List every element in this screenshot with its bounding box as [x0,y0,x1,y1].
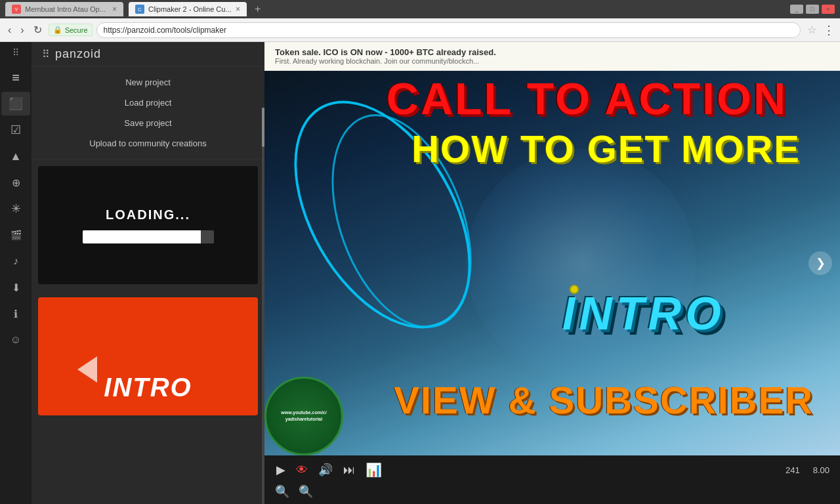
tab-inactive[interactable]: Y Membuat Intro Atau Op... × [5,2,123,16]
browser-titlebar: Y Membuat Intro Atau Op... × C Clipmaker… [0,0,840,18]
ad-description: First. Already working blockchain. Join … [275,57,830,65]
panel-content: LOADING... INTRO [32,159,264,504]
forward-button[interactable]: › [18,22,26,39]
menu-dots-icon[interactable]: ⋮ [823,23,835,37]
intro-card[interactable]: INTRO [38,297,258,415]
current-time: 241 [786,465,800,475]
next-arrow-button[interactable]: ❯ [808,251,832,275]
video-area: INTRO ❯ CALL TO ACTION HOW TO GET MORE V… [264,71,840,455]
secure-label: Secure [65,26,88,34]
video-controls: ▶ 👁 🔊 ⏭ 📊 241 8.00 🔍 🔍 [264,455,840,504]
close-button[interactable]: × [822,5,835,14]
upload-community-item[interactable]: Upload to community creations [32,133,264,154]
tab-active[interactable]: C Clipmaker 2 - Online Cu... × [129,2,247,16]
sidebar-item-download[interactable]: ⬇ [4,276,28,299]
sidebar-item-layers[interactable]: ⬛ [1,92,30,116]
lock-icon: 🔒 [53,26,62,34]
controls-row: ▶ 👁 🔊 ⏭ 📊 241 8.00 [275,461,830,479]
video-preview: INTRO [264,71,840,455]
video-inner: INTRO [264,71,840,455]
bookmark-star-icon[interactable]: ☆ [807,24,816,36]
waveform-button[interactable]: 📊 [364,461,383,479]
maximize-button[interactable]: □ [806,5,819,14]
watermark: www.youtube.com/c/ yadisharetutorial [264,377,343,455]
cursor-dot [570,285,579,294]
load-project-item[interactable]: Load project [32,93,264,113]
address-bar[interactable]: https://panzoid.com/tools/clipmaker [96,22,801,38]
watermark-circle: www.youtube.com/c/ yadisharetutorial [264,377,343,455]
play-button[interactable]: ▶ [275,461,287,478]
left-panel-menu: New project Load project Save project Up… [32,67,264,159]
icon-sidebar: ⠿ panzoid ≡ ⬛ ☑ ▲ ⊕ ✳ 🎬 ♪ ⬇ ℹ ☺ [0,42,32,504]
tab-close-2[interactable]: × [236,5,240,14]
zoom-in-button[interactable]: 🔍 [299,484,313,499]
new-tab-button[interactable]: + [252,3,263,15]
loading-bar [83,230,201,243]
app-name-label: panzoid [55,47,101,61]
intro-card-title: INTRO [104,373,192,402]
tab-icon-2: C [135,5,144,14]
browser-toolbar: ‹ › ↻ 🔒 Secure https://panzoid.com/tools… [0,18,840,42]
reload-button[interactable]: ↻ [31,21,45,39]
tab-label-2: Clipmaker 2 - Online Cu... [148,5,232,13]
ad-banner[interactable]: Token sale. ICO is ON now - 1000+ BTC al… [264,42,840,71]
back-button[interactable]: ‹ [5,22,14,39]
sidebar-item-globe[interactable]: ⊕ [4,171,28,194]
intro-3d-text: INTRO [562,287,725,340]
new-project-item[interactable]: New project [32,72,264,93]
minimize-button[interactable]: _ [790,5,803,14]
tab-icon-1: Y [12,5,21,14]
window-controls: _ □ × [790,5,835,14]
sidebar-item-info[interactable]: ℹ [4,302,28,326]
grid-icon: ⠿ [42,48,50,60]
loading-card: LOADING... [38,166,258,284]
app-header: ⠿ panzoid [32,42,264,67]
skip-button[interactable]: ⏭ [342,462,356,478]
tab-label-1: Membuat Intro Atau Op... [25,5,106,13]
tab-close-1[interactable]: × [112,5,117,14]
main-content: Token sale. ICO is ON now - 1000+ BTC al… [264,42,840,504]
sidebar-item-checkbox[interactable]: ☑ [4,118,28,142]
duration: 8.00 [813,465,830,475]
circle-glow [466,148,696,378]
sidebar-item-music[interactable]: ♪ [4,249,28,273]
sidebar-logo: ⠿ [10,45,22,60]
sidebar-item-emoji[interactable]: ☺ [4,328,28,352]
sidebar-item-star[interactable]: ✳ [4,197,28,220]
sidebar-item-mountain[interactable]: ▲ [4,144,28,168]
play-triangle-icon [77,356,97,383]
sidebar-item-hamburger[interactable]: ≡ [4,66,28,89]
ad-title: Token sale. ICO is ON now - 1000+ BTC al… [275,47,830,57]
sidebar-item-video[interactable]: 🎬 [4,223,28,247]
loading-text: LOADING... [106,207,190,222]
eye-button[interactable]: 👁 [295,462,309,478]
secure-badge: 🔒 Secure [49,24,93,36]
time-display: 241 8.00 [786,465,830,475]
zoom-out-button[interactable]: 🔍 [275,484,289,499]
address-text: https://panzoid.com/tools/clipmaker [104,26,226,35]
loading-bar-container [83,230,214,243]
watermark-text: www.youtube.com/c/ yadisharetutorial [281,410,326,423]
volume-button[interactable]: 🔊 [317,461,334,478]
zoom-controls-row: 🔍 🔍 [275,482,830,499]
save-project-item[interactable]: Save project [32,113,264,133]
